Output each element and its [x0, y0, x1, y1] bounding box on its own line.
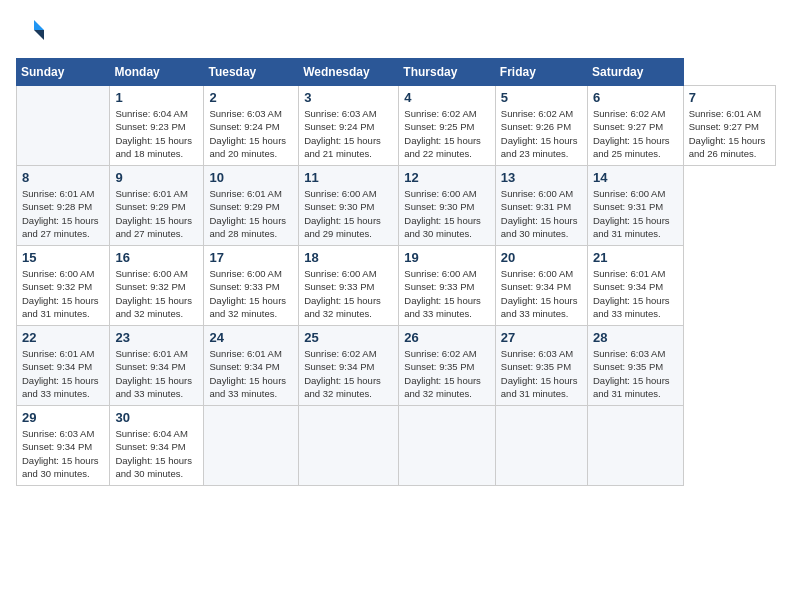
calendar-day-25: 25 Sunrise: 6:02 AMSunset: 9:34 PMDaylig…: [299, 326, 399, 406]
day-info: Sunrise: 6:00 AMSunset: 9:31 PMDaylight:…: [501, 188, 578, 239]
day-number: 18: [304, 250, 393, 265]
calendar-day-26: 26 Sunrise: 6:02 AMSunset: 9:35 PMDaylig…: [399, 326, 496, 406]
day-number: 14: [593, 170, 678, 185]
weekday-header-wednesday: Wednesday: [299, 59, 399, 86]
weekday-header-friday: Friday: [495, 59, 587, 86]
day-info: Sunrise: 6:01 AMSunset: 9:34 PMDaylight:…: [209, 348, 286, 399]
calendar-day-13: 13 Sunrise: 6:00 AMSunset: 9:31 PMDaylig…: [495, 166, 587, 246]
day-number: 2: [209, 90, 293, 105]
day-info: Sunrise: 6:00 AMSunset: 9:34 PMDaylight:…: [501, 268, 578, 319]
weekday-header-monday: Monday: [110, 59, 204, 86]
calendar-day-30: 30 Sunrise: 6:04 AMSunset: 9:34 PMDaylig…: [110, 406, 204, 486]
day-number: 22: [22, 330, 104, 345]
day-info: Sunrise: 6:01 AMSunset: 9:34 PMDaylight:…: [115, 348, 192, 399]
day-info: Sunrise: 6:02 AMSunset: 9:25 PMDaylight:…: [404, 108, 481, 159]
logo: [16, 16, 50, 46]
calendar-day-8: 8 Sunrise: 6:01 AMSunset: 9:28 PMDayligh…: [17, 166, 110, 246]
day-info: Sunrise: 6:01 AMSunset: 9:28 PMDaylight:…: [22, 188, 99, 239]
day-info: Sunrise: 6:01 AMSunset: 9:29 PMDaylight:…: [209, 188, 286, 239]
day-number: 5: [501, 90, 582, 105]
day-number: 26: [404, 330, 490, 345]
day-info: Sunrise: 6:01 AMSunset: 9:34 PMDaylight:…: [22, 348, 99, 399]
calendar-day-18: 18 Sunrise: 6:00 AMSunset: 9:33 PMDaylig…: [299, 246, 399, 326]
day-number: 16: [115, 250, 198, 265]
day-number: 29: [22, 410, 104, 425]
day-info: Sunrise: 6:01 AMSunset: 9:27 PMDaylight:…: [689, 108, 766, 159]
calendar-day-5: 5 Sunrise: 6:02 AMSunset: 9:26 PMDayligh…: [495, 86, 587, 166]
day-info: Sunrise: 6:04 AMSunset: 9:23 PMDaylight:…: [115, 108, 192, 159]
day-number: 7: [689, 90, 770, 105]
day-info: Sunrise: 6:04 AMSunset: 9:34 PMDaylight:…: [115, 428, 192, 479]
weekday-header-sunday: Sunday: [17, 59, 110, 86]
calendar-day-15: 15 Sunrise: 6:00 AMSunset: 9:32 PMDaylig…: [17, 246, 110, 326]
svg-marker-0: [34, 20, 44, 30]
weekday-header-thursday: Thursday: [399, 59, 496, 86]
calendar-day-29: 29 Sunrise: 6:03 AMSunset: 9:34 PMDaylig…: [17, 406, 110, 486]
calendar-day-17: 17 Sunrise: 6:00 AMSunset: 9:33 PMDaylig…: [204, 246, 299, 326]
day-info: Sunrise: 6:00 AMSunset: 9:30 PMDaylight:…: [404, 188, 481, 239]
empty-cell: [399, 406, 496, 486]
empty-cell: [495, 406, 587, 486]
day-info: Sunrise: 6:03 AMSunset: 9:24 PMDaylight:…: [209, 108, 286, 159]
day-info: Sunrise: 6:03 AMSunset: 9:34 PMDaylight:…: [22, 428, 99, 479]
calendar-day-1: 1 Sunrise: 6:04 AMSunset: 9:23 PMDayligh…: [110, 86, 204, 166]
empty-cell: [299, 406, 399, 486]
day-info: Sunrise: 6:02 AMSunset: 9:35 PMDaylight:…: [404, 348, 481, 399]
calendar-day-14: 14 Sunrise: 6:00 AMSunset: 9:31 PMDaylig…: [588, 166, 684, 246]
logo-icon: [16, 16, 46, 46]
day-info: Sunrise: 6:00 AMSunset: 9:30 PMDaylight:…: [304, 188, 381, 239]
day-number: 9: [115, 170, 198, 185]
calendar-day-20: 20 Sunrise: 6:00 AMSunset: 9:34 PMDaylig…: [495, 246, 587, 326]
calendar-day-2: 2 Sunrise: 6:03 AMSunset: 9:24 PMDayligh…: [204, 86, 299, 166]
page-header: [16, 16, 776, 46]
calendar-day-12: 12 Sunrise: 6:00 AMSunset: 9:30 PMDaylig…: [399, 166, 496, 246]
day-info: Sunrise: 6:00 AMSunset: 9:33 PMDaylight:…: [304, 268, 381, 319]
day-number: 13: [501, 170, 582, 185]
day-number: 11: [304, 170, 393, 185]
day-info: Sunrise: 6:02 AMSunset: 9:34 PMDaylight:…: [304, 348, 381, 399]
day-info: Sunrise: 6:02 AMSunset: 9:27 PMDaylight:…: [593, 108, 670, 159]
weekday-header-saturday: Saturday: [588, 59, 684, 86]
day-info: Sunrise: 6:00 AMSunset: 9:31 PMDaylight:…: [593, 188, 670, 239]
calendar-week-1: 1 Sunrise: 6:04 AMSunset: 9:23 PMDayligh…: [17, 86, 776, 166]
calendar-day-28: 28 Sunrise: 6:03 AMSunset: 9:35 PMDaylig…: [588, 326, 684, 406]
calendar-week-3: 15 Sunrise: 6:00 AMSunset: 9:32 PMDaylig…: [17, 246, 776, 326]
calendar-table: SundayMondayTuesdayWednesdayThursdayFrid…: [16, 58, 776, 486]
day-info: Sunrise: 6:02 AMSunset: 9:26 PMDaylight:…: [501, 108, 578, 159]
day-number: 27: [501, 330, 582, 345]
empty-cell: [17, 86, 110, 166]
calendar-week-5: 29 Sunrise: 6:03 AMSunset: 9:34 PMDaylig…: [17, 406, 776, 486]
day-number: 8: [22, 170, 104, 185]
day-info: Sunrise: 6:00 AMSunset: 9:32 PMDaylight:…: [115, 268, 192, 319]
day-number: 30: [115, 410, 198, 425]
day-number: 4: [404, 90, 490, 105]
day-number: 12: [404, 170, 490, 185]
day-number: 19: [404, 250, 490, 265]
day-number: 20: [501, 250, 582, 265]
calendar-day-16: 16 Sunrise: 6:00 AMSunset: 9:32 PMDaylig…: [110, 246, 204, 326]
day-info: Sunrise: 6:00 AMSunset: 9:33 PMDaylight:…: [209, 268, 286, 319]
day-info: Sunrise: 6:01 AMSunset: 9:29 PMDaylight:…: [115, 188, 192, 239]
day-number: 25: [304, 330, 393, 345]
day-info: Sunrise: 6:00 AMSunset: 9:32 PMDaylight:…: [22, 268, 99, 319]
calendar-day-22: 22 Sunrise: 6:01 AMSunset: 9:34 PMDaylig…: [17, 326, 110, 406]
empty-cell: [588, 406, 684, 486]
calendar-day-19: 19 Sunrise: 6:00 AMSunset: 9:33 PMDaylig…: [399, 246, 496, 326]
day-number: 24: [209, 330, 293, 345]
calendar-day-27: 27 Sunrise: 6:03 AMSunset: 9:35 PMDaylig…: [495, 326, 587, 406]
calendar-day-7: 7 Sunrise: 6:01 AMSunset: 9:27 PMDayligh…: [683, 86, 775, 166]
day-number: 10: [209, 170, 293, 185]
day-info: Sunrise: 6:03 AMSunset: 9:35 PMDaylight:…: [501, 348, 578, 399]
day-number: 15: [22, 250, 104, 265]
calendar-day-10: 10 Sunrise: 6:01 AMSunset: 9:29 PMDaylig…: [204, 166, 299, 246]
empty-cell: [204, 406, 299, 486]
calendar-day-9: 9 Sunrise: 6:01 AMSunset: 9:29 PMDayligh…: [110, 166, 204, 246]
weekday-header-tuesday: Tuesday: [204, 59, 299, 86]
calendar-day-6: 6 Sunrise: 6:02 AMSunset: 9:27 PMDayligh…: [588, 86, 684, 166]
calendar-day-4: 4 Sunrise: 6:02 AMSunset: 9:25 PMDayligh…: [399, 86, 496, 166]
calendar-day-23: 23 Sunrise: 6:01 AMSunset: 9:34 PMDaylig…: [110, 326, 204, 406]
day-number: 6: [593, 90, 678, 105]
day-number: 23: [115, 330, 198, 345]
calendar-week-4: 22 Sunrise: 6:01 AMSunset: 9:34 PMDaylig…: [17, 326, 776, 406]
day-info: Sunrise: 6:03 AMSunset: 9:35 PMDaylight:…: [593, 348, 670, 399]
